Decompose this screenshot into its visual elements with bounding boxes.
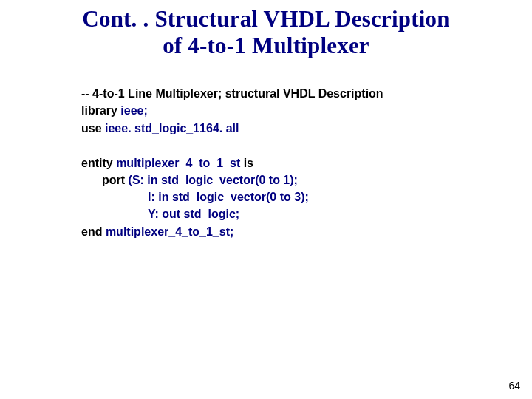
code-block: -- 4-to-1 Line Multiplexer; structural V… [0, 58, 532, 240]
slide: Cont. . Structural VHDL Description of 4… [0, 0, 532, 399]
code-ident: ieee; [120, 104, 147, 117]
title-line-2: of 4-to-1 Multiplexer [13, 33, 519, 59]
code-keyword: entity [81, 157, 116, 169]
code-ident: multiplexer_4_to_1_st; [106, 225, 233, 238]
code-ident: (S: in std_logic_vector(0 to 1); [129, 174, 298, 186]
code-ident: multiplexer_4_to_1_st [116, 157, 244, 169]
code-keyword: port [102, 174, 129, 186]
code-line: port (S: in std_logic_vector(0 to 1); [81, 171, 532, 188]
code-keyword: is [244, 157, 253, 169]
code-ident: I: in std_logic_vector(0 to 3); [148, 191, 309, 203]
code-line: entity multiplexer_4_to_1_st is [81, 154, 532, 171]
code-line: use ieee. std_logic_1164. all [81, 120, 532, 137]
code-keyword: use [81, 122, 105, 134]
code-line: I: in std_logic_vector(0 to 3); [81, 188, 532, 205]
title-line-1: Cont. . Structural VHDL Description [13, 6, 519, 33]
code-text: -- 4-to-1 Line Multiplexer; structural V… [81, 87, 383, 100]
entity-block: entity multiplexer_4_to_1_st is port (S:… [81, 154, 532, 240]
code-line: Y: out std_logic; [81, 205, 532, 222]
code-ident: Y: out std_logic; [148, 208, 239, 220]
code-ident: ieee. std_logic_1164. all [105, 122, 239, 134]
code-line: -- 4-to-1 Line Multiplexer; structural V… [81, 85, 532, 102]
code-line: library ieee; [81, 102, 532, 119]
code-keyword: library [81, 104, 120, 117]
code-keyword: end [81, 225, 106, 238]
slide-title: Cont. . Structural VHDL Description of 4… [0, 0, 532, 58]
page-number: 64 [508, 380, 520, 392]
code-line: end multiplexer_4_to_1_st; [81, 223, 532, 240]
